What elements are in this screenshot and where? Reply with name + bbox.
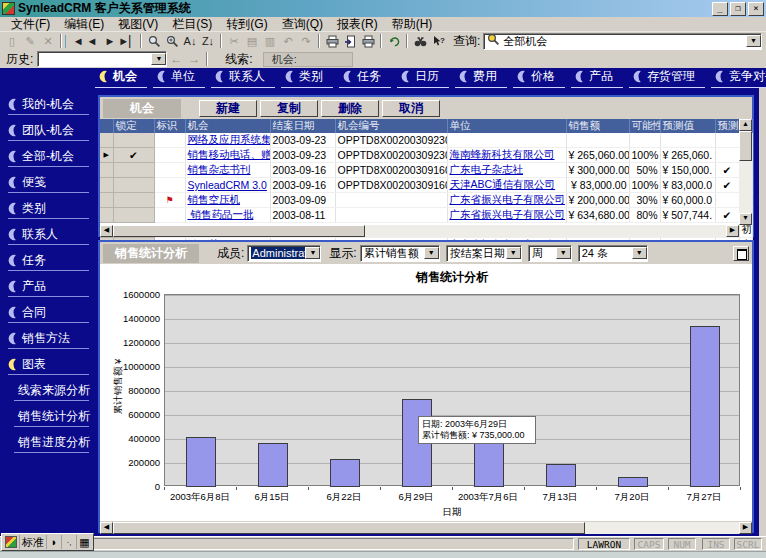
tab-inventory[interactable]: 存货管理: [629, 67, 705, 88]
delete-record-icon[interactable]: ✕: [39, 33, 57, 49]
binoculars-icon[interactable]: [411, 33, 429, 49]
bar-6月22日[interactable]: [330, 459, 360, 487]
opportunity-link[interactable]: 网络及应用系统集成: [185, 133, 270, 148]
unit-link[interactable]: 天津ABC通信有限公司: [447, 178, 566, 193]
column-header-number[interactable]: 机会编号: [335, 119, 447, 133]
menu-item-file[interactable]: 文件(F): [4, 16, 57, 33]
next-record-icon[interactable]: ►: [101, 33, 119, 49]
close-button[interactable]: ×: [748, 2, 764, 16]
export-icon[interactable]: [341, 33, 359, 49]
table-row[interactable]: 销售药品一批2003-08-11广东省振兴电子有限公司¥ 634,680.008…: [100, 208, 752, 223]
delete-button[interactable]: 删除: [321, 100, 379, 117]
chevron-down-icon[interactable]: ▼: [556, 247, 571, 259]
unit-link[interactable]: 海南蜂新科技有限公司: [447, 148, 566, 163]
bar-2003年7月6日[interactable]: [474, 437, 504, 487]
cancel-button[interactable]: 取消: [382, 100, 440, 117]
sidebar-item-my-opportunity[interactable]: 我的-机会: [8, 96, 89, 115]
column-header-lock[interactable]: 锁定: [113, 119, 154, 133]
chevron-down-icon[interactable]: ▼: [305, 247, 320, 259]
column-header-amount[interactable]: 销售额: [566, 119, 629, 133]
unit-link[interactable]: 广东电子杂志社: [447, 163, 566, 178]
sort-descending-icon[interactable]: Z↓: [199, 33, 217, 49]
sidebar-item-sales-progress-analysis[interactable]: 销售进度分析: [14, 434, 89, 453]
tab-calendar[interactable]: 日历: [397, 67, 449, 88]
table-row[interactable]: ⚑销售空压机2003-09-09广东省振兴电子有限公司¥ 200,000.003…: [100, 193, 752, 208]
ime-punctuation-icon[interactable]: ·,: [62, 535, 77, 549]
grid-scroll-down-icon[interactable]: ▼: [739, 213, 752, 225]
tab-product[interactable]: 产品: [571, 67, 623, 88]
column-header-forecast[interactable]: 预测值: [660, 119, 715, 133]
query-combobox[interactable]: 全部机会 ▼: [483, 33, 762, 50]
context-help-icon[interactable]: ?: [429, 33, 447, 49]
refresh-icon[interactable]: [385, 33, 403, 49]
print-preview-icon[interactable]: [359, 33, 377, 49]
chart-hscrollbar[interactable]: [113, 522, 739, 534]
sidebar-item-chart[interactable]: 图表: [8, 356, 89, 375]
bar-2003年6月8日[interactable]: [186, 437, 216, 487]
opportunity-link[interactable]: 销售移动电话、赠送: [185, 148, 270, 163]
table-row[interactable]: 销售杂志书刊2003-09-16OPPTD8X0020030916001广东电子…: [100, 163, 752, 178]
sidebar-item-team-opportunity[interactable]: 团队-机会: [8, 122, 89, 141]
menu-item-query[interactable]: 查询(Q): [275, 16, 330, 33]
history-combobox[interactable]: ▼: [37, 51, 167, 67]
redo-icon[interactable]: ↷: [297, 33, 315, 49]
group-by-combobox[interactable]: 按结案日期 ▼: [446, 245, 522, 262]
minimize-button[interactable]: _: [712, 2, 728, 16]
history-forward-icon[interactable]: →: [185, 52, 203, 67]
edit-record-icon[interactable]: ✎: [21, 33, 39, 49]
prev-record-icon[interactable]: ◄: [83, 33, 101, 49]
count-combobox[interactable]: 24 条 ▼: [578, 245, 648, 262]
opportunity-link[interactable]: 销售空压机: [185, 193, 270, 208]
restore-button[interactable]: ❐: [730, 2, 746, 16]
sidebar-item-sales-statistics-analysis[interactable]: 销售统计分析: [14, 408, 89, 427]
sidebar-item-product[interactable]: 产品: [8, 278, 89, 297]
copy-icon[interactable]: ▤: [243, 33, 261, 49]
history-back-icon[interactable]: ←: [167, 52, 185, 67]
column-header-unit[interactable]: 单位: [447, 119, 566, 133]
sidebar-item-memo[interactable]: 便笺: [8, 174, 89, 193]
filter-icon[interactable]: [163, 33, 181, 49]
new-button[interactable]: 新建: [199, 100, 257, 117]
member-combobox[interactable]: Administrator ▼: [247, 245, 321, 262]
menu-item-sections[interactable]: 栏目(S): [165, 16, 219, 33]
sidebar-item-task[interactable]: 任务: [8, 252, 89, 271]
unit-link[interactable]: 广东省振兴电子有限公司: [447, 193, 566, 208]
bar-6月15日[interactable]: [258, 443, 288, 487]
menu-item-edit[interactable]: 编辑(E): [57, 16, 111, 33]
tab-competitor[interactable]: 竞争对手: [711, 67, 766, 88]
chart-hscroll-thumb[interactable]: [113, 522, 585, 534]
opportunity-link[interactable]: SynleadCRM 3.0: [185, 178, 270, 193]
tab-price[interactable]: 价格: [513, 67, 565, 88]
chart-scroll-left-icon[interactable]: ◀: [100, 522, 113, 534]
menu-item-goto[interactable]: 转到(G): [219, 16, 274, 33]
first-record-icon[interactable]: ▏◄: [65, 33, 83, 49]
cut-icon[interactable]: ✂: [225, 33, 243, 49]
tab-unit[interactable]: 单位: [153, 67, 205, 88]
column-header-flag[interactable]: 标识: [154, 119, 185, 133]
sidebar-item-category[interactable]: 类别: [8, 200, 89, 219]
grid-hscrollbar[interactable]: [113, 225, 726, 237]
menu-item-help[interactable]: 帮助(H): [385, 16, 440, 33]
sidebar-item-lead-source-analysis[interactable]: 线索来源分析: [14, 382, 89, 401]
tab-task[interactable]: 任务: [339, 67, 391, 88]
table-row[interactable]: ▶✔销售移动电话、赠送2003-09-23OPPTD8X002003092300…: [100, 148, 752, 163]
ime-logo-icon[interactable]: [3, 535, 20, 549]
table-row[interactable]: 网络及应用系统集成2003-09-23OPPTD8X0020030923001: [100, 133, 752, 148]
column-header-close_date[interactable]: 结案日期: [270, 119, 335, 133]
new-record-icon[interactable]: ▯: [3, 33, 21, 49]
grid-hscroll-thumb[interactable]: [113, 225, 365, 237]
sidebar-item-contacts[interactable]: 联系人: [8, 226, 89, 245]
chevron-down-icon[interactable]: ▼: [151, 53, 166, 65]
ime-softkeyboard-icon[interactable]: ▦: [77, 535, 92, 549]
sidebar-item-contract[interactable]: 合同: [8, 304, 89, 323]
grid-vscrollbar[interactable]: [739, 131, 752, 213]
bar-7月20日[interactable]: [618, 477, 648, 487]
column-header-probability[interactable]: 可能性: [629, 119, 660, 133]
copy-button[interactable]: 复制: [260, 100, 318, 117]
grid-vscroll-thumb[interactable]: [739, 131, 752, 161]
grid-scroll-up-icon[interactable]: ▲: [739, 119, 752, 131]
tab-contacts[interactable]: 联系人: [211, 67, 275, 88]
chart-scroll-right-icon[interactable]: ▶: [739, 522, 752, 534]
menu-item-report[interactable]: 报表(R): [330, 16, 385, 33]
find-icon[interactable]: [145, 33, 163, 49]
